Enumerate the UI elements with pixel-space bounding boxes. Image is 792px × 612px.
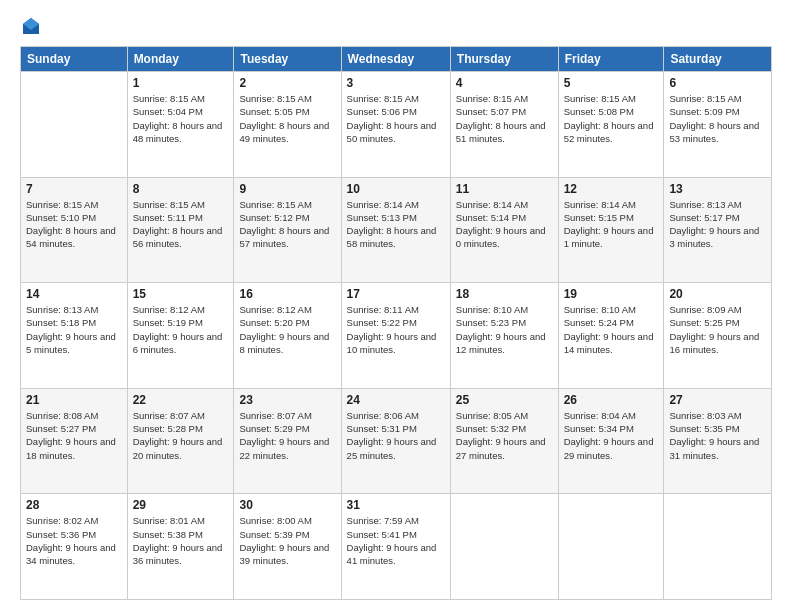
day-info: Sunrise: 7:59 AMSunset: 5:41 PMDaylight:… <box>347 514 445 567</box>
calendar-cell: 6Sunrise: 8:15 AMSunset: 5:09 PMDaylight… <box>664 72 772 178</box>
day-number: 29 <box>133 498 229 512</box>
day-number: 23 <box>239 393 335 407</box>
calendar-cell: 11Sunrise: 8:14 AMSunset: 5:14 PMDayligh… <box>450 177 558 283</box>
day-info: Sunrise: 8:10 AMSunset: 5:24 PMDaylight:… <box>564 303 659 356</box>
day-number: 24 <box>347 393 445 407</box>
day-number: 31 <box>347 498 445 512</box>
logo-icon <box>21 16 41 36</box>
day-number: 17 <box>347 287 445 301</box>
day-number: 11 <box>456 182 553 196</box>
day-info: Sunrise: 8:07 AMSunset: 5:29 PMDaylight:… <box>239 409 335 462</box>
calendar-cell: 12Sunrise: 8:14 AMSunset: 5:15 PMDayligh… <box>558 177 664 283</box>
day-number: 10 <box>347 182 445 196</box>
day-info: Sunrise: 8:01 AMSunset: 5:38 PMDaylight:… <box>133 514 229 567</box>
day-number: 3 <box>347 76 445 90</box>
calendar-week-row: 21Sunrise: 8:08 AMSunset: 5:27 PMDayligh… <box>21 388 772 494</box>
calendar-cell: 22Sunrise: 8:07 AMSunset: 5:28 PMDayligh… <box>127 388 234 494</box>
calendar-cell: 30Sunrise: 8:00 AMSunset: 5:39 PMDayligh… <box>234 494 341 600</box>
calendar-cell: 8Sunrise: 8:15 AMSunset: 5:11 PMDaylight… <box>127 177 234 283</box>
day-number: 26 <box>564 393 659 407</box>
day-number: 16 <box>239 287 335 301</box>
day-info: Sunrise: 8:12 AMSunset: 5:19 PMDaylight:… <box>133 303 229 356</box>
calendar-week-row: 7Sunrise: 8:15 AMSunset: 5:10 PMDaylight… <box>21 177 772 283</box>
day-number: 27 <box>669 393 766 407</box>
day-info: Sunrise: 8:15 AMSunset: 5:11 PMDaylight:… <box>133 198 229 251</box>
calendar-table: SundayMondayTuesdayWednesdayThursdayFrid… <box>20 46 772 600</box>
calendar-week-row: 14Sunrise: 8:13 AMSunset: 5:18 PMDayligh… <box>21 283 772 389</box>
day-info: Sunrise: 8:15 AMSunset: 5:06 PMDaylight:… <box>347 92 445 145</box>
calendar-cell: 4Sunrise: 8:15 AMSunset: 5:07 PMDaylight… <box>450 72 558 178</box>
calendar-cell: 26Sunrise: 8:04 AMSunset: 5:34 PMDayligh… <box>558 388 664 494</box>
calendar-cell: 28Sunrise: 8:02 AMSunset: 5:36 PMDayligh… <box>21 494 128 600</box>
calendar-cell: 31Sunrise: 7:59 AMSunset: 5:41 PMDayligh… <box>341 494 450 600</box>
day-info: Sunrise: 8:13 AMSunset: 5:17 PMDaylight:… <box>669 198 766 251</box>
calendar-cell: 20Sunrise: 8:09 AMSunset: 5:25 PMDayligh… <box>664 283 772 389</box>
weekday-header-wednesday: Wednesday <box>341 47 450 72</box>
day-info: Sunrise: 8:15 AMSunset: 5:09 PMDaylight:… <box>669 92 766 145</box>
calendar-cell: 1Sunrise: 8:15 AMSunset: 5:04 PMDaylight… <box>127 72 234 178</box>
day-info: Sunrise: 8:14 AMSunset: 5:15 PMDaylight:… <box>564 198 659 251</box>
day-info: Sunrise: 8:00 AMSunset: 5:39 PMDaylight:… <box>239 514 335 567</box>
calendar-week-row: 28Sunrise: 8:02 AMSunset: 5:36 PMDayligh… <box>21 494 772 600</box>
day-number: 18 <box>456 287 553 301</box>
calendar-cell: 10Sunrise: 8:14 AMSunset: 5:13 PMDayligh… <box>341 177 450 283</box>
calendar-cell <box>21 72 128 178</box>
day-info: Sunrise: 8:08 AMSunset: 5:27 PMDaylight:… <box>26 409 122 462</box>
day-number: 5 <box>564 76 659 90</box>
header <box>20 16 772 36</box>
calendar-cell: 13Sunrise: 8:13 AMSunset: 5:17 PMDayligh… <box>664 177 772 283</box>
calendar-cell: 18Sunrise: 8:10 AMSunset: 5:23 PMDayligh… <box>450 283 558 389</box>
calendar-cell: 25Sunrise: 8:05 AMSunset: 5:32 PMDayligh… <box>450 388 558 494</box>
calendar-cell: 17Sunrise: 8:11 AMSunset: 5:22 PMDayligh… <box>341 283 450 389</box>
calendar-cell: 3Sunrise: 8:15 AMSunset: 5:06 PMDaylight… <box>341 72 450 178</box>
day-number: 14 <box>26 287 122 301</box>
weekday-header-thursday: Thursday <box>450 47 558 72</box>
day-number: 2 <box>239 76 335 90</box>
day-number: 25 <box>456 393 553 407</box>
calendar-cell: 24Sunrise: 8:06 AMSunset: 5:31 PMDayligh… <box>341 388 450 494</box>
day-number: 4 <box>456 76 553 90</box>
weekday-header-friday: Friday <box>558 47 664 72</box>
day-number: 7 <box>26 182 122 196</box>
day-info: Sunrise: 8:12 AMSunset: 5:20 PMDaylight:… <box>239 303 335 356</box>
calendar-cell: 14Sunrise: 8:13 AMSunset: 5:18 PMDayligh… <box>21 283 128 389</box>
day-number: 15 <box>133 287 229 301</box>
day-number: 1 <box>133 76 229 90</box>
day-number: 19 <box>564 287 659 301</box>
calendar-cell: 19Sunrise: 8:10 AMSunset: 5:24 PMDayligh… <box>558 283 664 389</box>
day-info: Sunrise: 8:15 AMSunset: 5:10 PMDaylight:… <box>26 198 122 251</box>
calendar-cell: 9Sunrise: 8:15 AMSunset: 5:12 PMDaylight… <box>234 177 341 283</box>
day-info: Sunrise: 8:15 AMSunset: 5:12 PMDaylight:… <box>239 198 335 251</box>
calendar-cell: 27Sunrise: 8:03 AMSunset: 5:35 PMDayligh… <box>664 388 772 494</box>
day-info: Sunrise: 8:07 AMSunset: 5:28 PMDaylight:… <box>133 409 229 462</box>
day-number: 20 <box>669 287 766 301</box>
calendar-cell: 29Sunrise: 8:01 AMSunset: 5:38 PMDayligh… <box>127 494 234 600</box>
calendar-cell: 7Sunrise: 8:15 AMSunset: 5:10 PMDaylight… <box>21 177 128 283</box>
day-number: 30 <box>239 498 335 512</box>
calendar-cell: 5Sunrise: 8:15 AMSunset: 5:08 PMDaylight… <box>558 72 664 178</box>
day-info: Sunrise: 8:13 AMSunset: 5:18 PMDaylight:… <box>26 303 122 356</box>
weekday-header-sunday: Sunday <box>21 47 128 72</box>
day-number: 12 <box>564 182 659 196</box>
calendar-cell: 15Sunrise: 8:12 AMSunset: 5:19 PMDayligh… <box>127 283 234 389</box>
day-info: Sunrise: 8:05 AMSunset: 5:32 PMDaylight:… <box>456 409 553 462</box>
calendar-cell: 2Sunrise: 8:15 AMSunset: 5:05 PMDaylight… <box>234 72 341 178</box>
day-number: 13 <box>669 182 766 196</box>
day-info: Sunrise: 8:03 AMSunset: 5:35 PMDaylight:… <box>669 409 766 462</box>
day-number: 21 <box>26 393 122 407</box>
page: SundayMondayTuesdayWednesdayThursdayFrid… <box>0 0 792 612</box>
weekday-header-saturday: Saturday <box>664 47 772 72</box>
day-info: Sunrise: 8:04 AMSunset: 5:34 PMDaylight:… <box>564 409 659 462</box>
calendar-header-row: SundayMondayTuesdayWednesdayThursdayFrid… <box>21 47 772 72</box>
day-number: 22 <box>133 393 229 407</box>
day-info: Sunrise: 8:02 AMSunset: 5:36 PMDaylight:… <box>26 514 122 567</box>
calendar-body: 1Sunrise: 8:15 AMSunset: 5:04 PMDaylight… <box>21 72 772 600</box>
day-info: Sunrise: 8:15 AMSunset: 5:04 PMDaylight:… <box>133 92 229 145</box>
day-info: Sunrise: 8:06 AMSunset: 5:31 PMDaylight:… <box>347 409 445 462</box>
day-info: Sunrise: 8:14 AMSunset: 5:13 PMDaylight:… <box>347 198 445 251</box>
calendar-cell: 21Sunrise: 8:08 AMSunset: 5:27 PMDayligh… <box>21 388 128 494</box>
day-info: Sunrise: 8:14 AMSunset: 5:14 PMDaylight:… <box>456 198 553 251</box>
calendar-cell: 16Sunrise: 8:12 AMSunset: 5:20 PMDayligh… <box>234 283 341 389</box>
weekday-header-tuesday: Tuesday <box>234 47 341 72</box>
day-number: 28 <box>26 498 122 512</box>
